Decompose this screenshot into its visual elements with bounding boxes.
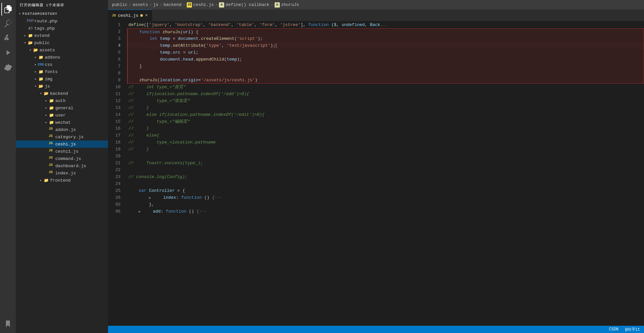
spacer — [43, 134, 49, 140]
folder-icon: 📁 — [38, 69, 43, 74]
sidebar-item-label: category.js — [55, 135, 84, 140]
sidebar-title: 打开的编辑器 1个未保存 — [20, 3, 64, 8]
sidebar-item-extend[interactable]: ▸ 📁 extend — [16, 32, 108, 39]
breadcrumb-sep: › — [271, 2, 273, 7]
line-num: 95 — [108, 201, 121, 208]
sidebar-item-js[interactable]: ▾ 📂 js — [16, 83, 108, 90]
line-numbers: 1 2 3 4 5 6 7 8 9 10 11 12 13 14 15 16 1… — [108, 21, 124, 326]
sidebar-item-label: addons — [45, 55, 60, 60]
status-author[interactable]: @向宇it — [624, 327, 641, 332]
line-num: 19 — [108, 146, 121, 153]
extensions-icon[interactable] — [1, 61, 14, 74]
breadcrumb-sep: › — [160, 2, 162, 7]
folder-icon: 📂 — [43, 91, 49, 96]
breadcrumb-sep: › — [129, 2, 131, 7]
line-num: 4 — [108, 42, 121, 49]
sidebar-item-backend[interactable]: ▾ 📂 backend — [16, 90, 108, 97]
source-control-icon[interactable] — [1, 32, 14, 45]
code-line: // } — [127, 125, 644, 132]
code-line: // console.log(Config); — [127, 173, 644, 180]
line-num: 23 — [108, 173, 121, 180]
sidebar-item-css[interactable]: ▸ CSS css — [16, 61, 108, 68]
line-num: 5 — [108, 49, 121, 56]
status-csdn[interactable]: CSDN — [608, 327, 620, 332]
sidebar-item-dashboard-js[interactable]: JS dashboard.js — [16, 162, 108, 169]
sidebar-item-wechat[interactable]: ▸ 📁 wechat — [16, 119, 108, 126]
chevron-right-icon: ▸ — [33, 69, 38, 74]
code-line: var Controller = { — [127, 187, 644, 194]
chevron-down-icon: ▾ — [38, 91, 43, 96]
code-line: define(['jquery', 'bootstrap', 'backend'… — [127, 21, 644, 28]
sidebar-item-public[interactable]: ▾ 📂 public — [16, 39, 108, 46]
chevron-right-icon: ▸ — [33, 62, 38, 67]
breadcrumb-ceshi[interactable]: ceshi.js — [193, 2, 214, 7]
sidebar-item-img[interactable]: ▸ 📁 img — [16, 75, 108, 83]
collapse-icon[interactable]: ▶ — [149, 194, 153, 201]
sidebar-item-label: fonts — [45, 69, 58, 74]
line-num: 21 — [108, 160, 121, 166]
breadcrumb-define-callback[interactable]: define() callback — [226, 2, 269, 7]
search-icon[interactable] — [1, 17, 14, 30]
code-line: // } — [127, 104, 644, 111]
close-tab-button[interactable]: × — [145, 13, 148, 18]
sidebar-item-label: css — [45, 62, 52, 67]
tab-label: ceshi.js — [118, 13, 138, 18]
sidebar-item-addons[interactable]: ▸ 📁 addons — [16, 54, 108, 61]
sidebar-item-user[interactable]: ▸ 📁 user — [16, 112, 108, 119]
status-csdn-label: CSDN — [609, 327, 619, 332]
breadcrumb-sep: › — [149, 2, 152, 7]
code-line: function zhuruJs(url) { — [127, 28, 644, 35]
sidebar-item-index-js[interactable]: JS index.js — [16, 169, 108, 177]
breadcrumb-backend[interactable]: backend — [164, 2, 182, 7]
chevron-down-icon: ▾ — [28, 47, 33, 53]
code-line: } — [127, 63, 644, 70]
line-num: 6 — [108, 56, 121, 63]
sidebar-item-fonts[interactable]: ▸ 📁 fonts — [16, 68, 108, 75]
sidebar-item-command-js[interactable]: JS command.js — [16, 155, 108, 162]
code-line — [127, 153, 644, 160]
chevron-right-icon: ▸ — [33, 76, 38, 82]
sidebar-item-assets[interactable]: ▾ 📂 assets — [16, 46, 108, 54]
breadcrumb-public[interactable]: public — [112, 2, 127, 7]
line-num: 9 — [108, 77, 121, 84]
sidebar-item-label: dashboard.js — [55, 164, 86, 168]
sidebar-item-tags[interactable]: 🏷 tags.php — [16, 25, 108, 32]
sidebar-item-addon-js[interactable]: JS addon.js — [16, 126, 108, 133]
line-num: 17 — [108, 132, 121, 139]
sidebar-item-frontend[interactable]: ▸ 📁 frontend — [16, 177, 108, 184]
code-line — [127, 180, 644, 187]
code-line: temp.setAttribute('type', 'text/javascri… — [127, 42, 644, 49]
collapse-icon[interactable]: ▶ — [139, 208, 143, 215]
breadcrumb-assets[interactable]: assets — [133, 2, 148, 7]
sidebar-item-category-js[interactable]: JS category.js — [16, 133, 108, 141]
folder-icon: 📁 — [49, 113, 54, 118]
sidebar-item-general[interactable]: ▸ 📁 general — [16, 104, 108, 112]
code-line: // type_="编辑页" — [127, 118, 644, 125]
explorer-root[interactable]: ▾ FASTADMINSTUDY — [16, 10, 108, 17]
js-icon: JS — [49, 156, 54, 161]
code-line: // let type_="首页" — [127, 84, 644, 90]
sidebar-item-ceshi-js[interactable]: JS ceshi.js — [16, 141, 108, 148]
tab-ceshi[interactable]: JS ceshi.js × — [108, 10, 152, 21]
sidebar-item-ceshi1-js[interactable]: JS ceshi1.js — [16, 148, 108, 155]
folder-icon: 📁 — [49, 105, 54, 111]
chevron-right-icon: ▸ — [38, 178, 43, 183]
sidebar-item-route[interactable]: PHP route.php — [16, 17, 108, 25]
explorer-label: FASTADMINSTUDY — [22, 12, 57, 16]
line-num: 25 — [108, 187, 121, 194]
editor[interactable]: 1 2 3 4 5 6 7 8 9 10 11 12 13 14 15 16 1… — [108, 21, 644, 326]
folder-icon: 📁 — [38, 76, 43, 82]
code-line: ▶ add: function () {··· — [127, 208, 644, 215]
code-line: ▶ index: function () {··· — [127, 194, 644, 201]
files-icon[interactable] — [1, 3, 14, 16]
run-icon[interactable] — [1, 46, 14, 59]
sidebar-item-label: auth — [55, 98, 66, 103]
sidebar-item-label: frontend — [50, 178, 70, 183]
sidebar-item-auth[interactable]: ▸ 📁 auth — [16, 97, 108, 104]
js-icon: JS — [49, 127, 54, 132]
breadcrumb-sep: › — [183, 2, 185, 7]
bookmark-icon[interactable] — [1, 317, 14, 330]
activity-bar — [0, 0, 16, 333]
chevron-down-icon: ▾ — [17, 11, 22, 16]
breadcrumb-js[interactable]: js — [153, 2, 158, 7]
